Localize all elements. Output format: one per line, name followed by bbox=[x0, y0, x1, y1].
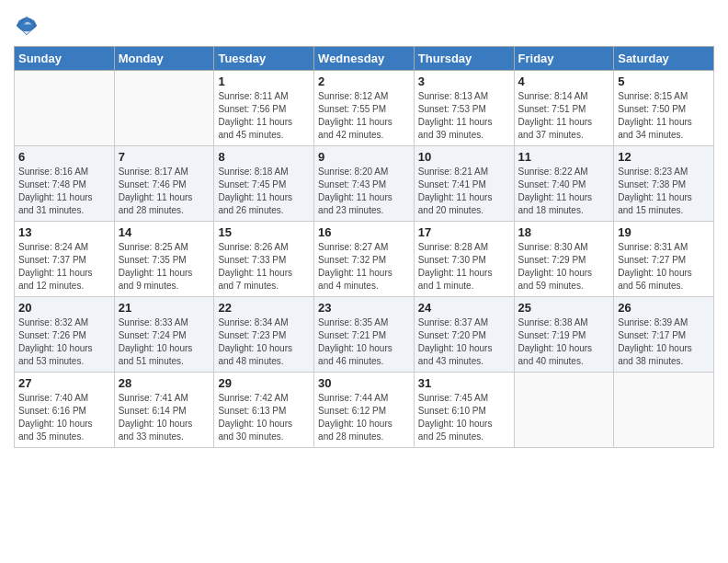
calendar-cell: 9Sunrise: 8:20 AM Sunset: 7:43 PM Daylig… bbox=[314, 146, 415, 222]
day-number: 23 bbox=[318, 301, 410, 315]
day-info: Sunrise: 8:31 AM Sunset: 7:27 PM Dayligh… bbox=[618, 241, 710, 293]
calendar-cell: 20Sunrise: 8:32 AM Sunset: 7:26 PM Dayli… bbox=[15, 297, 115, 373]
day-number: 14 bbox=[119, 225, 210, 239]
day-info: Sunrise: 8:33 AM Sunset: 7:24 PM Dayligh… bbox=[119, 316, 210, 368]
day-number: 13 bbox=[18, 225, 110, 239]
calendar-cell bbox=[114, 71, 214, 146]
calendar-cell: 2Sunrise: 8:12 AM Sunset: 7:55 PM Daylig… bbox=[314, 71, 415, 146]
day-info: Sunrise: 8:15 AM Sunset: 7:50 PM Dayligh… bbox=[618, 90, 710, 142]
calendar-cell: 4Sunrise: 8:14 AM Sunset: 7:51 PM Daylig… bbox=[514, 71, 614, 146]
calendar-cell: 13Sunrise: 8:24 AM Sunset: 7:37 PM Dayli… bbox=[15, 222, 115, 297]
day-info: Sunrise: 8:20 AM Sunset: 7:43 PM Dayligh… bbox=[318, 166, 410, 217]
day-info: Sunrise: 7:42 AM Sunset: 6:13 PM Dayligh… bbox=[218, 392, 310, 443]
day-number: 11 bbox=[518, 150, 610, 164]
weekday-header-friday: Friday bbox=[514, 47, 614, 71]
generalblue-logo-icon bbox=[14, 13, 40, 39]
day-info: Sunrise: 8:13 AM Sunset: 7:53 PM Dayligh… bbox=[418, 90, 510, 142]
day-number: 20 bbox=[18, 301, 110, 315]
day-number: 21 bbox=[119, 301, 210, 315]
calendar-cell: 27Sunrise: 7:40 AM Sunset: 6:16 PM Dayli… bbox=[15, 373, 115, 448]
calendar-cell: 28Sunrise: 7:41 AM Sunset: 6:14 PM Dayli… bbox=[114, 373, 214, 448]
day-number: 31 bbox=[418, 376, 510, 390]
calendar-cell: 30Sunrise: 7:44 AM Sunset: 6:12 PM Dayli… bbox=[314, 373, 415, 448]
page: SundayMondayTuesdayWednesdayThursdayFrid… bbox=[0, 0, 728, 563]
day-info: Sunrise: 8:12 AM Sunset: 7:55 PM Dayligh… bbox=[318, 90, 410, 142]
weekday-header-thursday: Thursday bbox=[414, 47, 514, 71]
day-number: 8 bbox=[218, 150, 310, 164]
day-number: 6 bbox=[18, 150, 110, 164]
calendar-cell: 26Sunrise: 8:39 AM Sunset: 7:17 PM Dayli… bbox=[614, 297, 714, 373]
calendar-cell bbox=[15, 71, 115, 146]
calendar-cell: 14Sunrise: 8:25 AM Sunset: 7:35 PM Dayli… bbox=[114, 222, 214, 297]
day-number: 19 bbox=[618, 225, 710, 239]
day-number: 3 bbox=[418, 75, 510, 88]
day-info: Sunrise: 8:34 AM Sunset: 7:23 PM Dayligh… bbox=[218, 316, 310, 368]
calendar-cell: 22Sunrise: 8:34 AM Sunset: 7:23 PM Dayli… bbox=[214, 297, 314, 373]
day-info: Sunrise: 8:14 AM Sunset: 7:51 PM Dayligh… bbox=[518, 90, 610, 142]
calendar-week-row: 6Sunrise: 8:16 AM Sunset: 7:48 PM Daylig… bbox=[15, 146, 714, 222]
day-info: Sunrise: 8:39 AM Sunset: 7:17 PM Dayligh… bbox=[618, 316, 710, 368]
calendar-cell: 8Sunrise: 8:18 AM Sunset: 7:45 PM Daylig… bbox=[214, 146, 314, 222]
calendar-cell: 17Sunrise: 8:28 AM Sunset: 7:30 PM Dayli… bbox=[414, 222, 514, 297]
calendar-cell: 6Sunrise: 8:16 AM Sunset: 7:48 PM Daylig… bbox=[15, 146, 115, 222]
weekday-header-row: SundayMondayTuesdayWednesdayThursdayFrid… bbox=[15, 47, 714, 71]
calendar-cell: 7Sunrise: 8:17 AM Sunset: 7:46 PM Daylig… bbox=[114, 146, 214, 222]
day-number: 28 bbox=[119, 376, 210, 390]
day-info: Sunrise: 8:38 AM Sunset: 7:19 PM Dayligh… bbox=[518, 316, 610, 368]
day-number: 26 bbox=[618, 301, 710, 315]
calendar-cell: 5Sunrise: 8:15 AM Sunset: 7:50 PM Daylig… bbox=[614, 71, 714, 146]
calendar-cell: 10Sunrise: 8:21 AM Sunset: 7:41 PM Dayli… bbox=[414, 146, 514, 222]
day-number: 1 bbox=[218, 75, 310, 88]
day-info: Sunrise: 8:18 AM Sunset: 7:45 PM Dayligh… bbox=[218, 166, 310, 217]
day-number: 27 bbox=[18, 376, 110, 390]
day-info: Sunrise: 8:16 AM Sunset: 7:48 PM Dayligh… bbox=[18, 166, 110, 217]
day-number: 16 bbox=[318, 225, 410, 239]
day-info: Sunrise: 8:28 AM Sunset: 7:30 PM Dayligh… bbox=[418, 241, 510, 293]
calendar-cell: 29Sunrise: 7:42 AM Sunset: 6:13 PM Dayli… bbox=[214, 373, 314, 448]
calendar-cell bbox=[514, 373, 614, 448]
calendar-table: SundayMondayTuesdayWednesdayThursdayFrid… bbox=[14, 46, 714, 448]
calendar-cell: 31Sunrise: 7:45 AM Sunset: 6:10 PM Dayli… bbox=[414, 373, 514, 448]
calendar-cell: 18Sunrise: 8:30 AM Sunset: 7:29 PM Dayli… bbox=[514, 222, 614, 297]
day-info: Sunrise: 7:45 AM Sunset: 6:10 PM Dayligh… bbox=[418, 392, 510, 443]
day-info: Sunrise: 8:25 AM Sunset: 7:35 PM Dayligh… bbox=[119, 241, 210, 293]
day-number: 10 bbox=[418, 150, 510, 164]
day-info: Sunrise: 7:41 AM Sunset: 6:14 PM Dayligh… bbox=[119, 392, 210, 443]
day-info: Sunrise: 8:35 AM Sunset: 7:21 PM Dayligh… bbox=[318, 316, 410, 368]
calendar-week-row: 20Sunrise: 8:32 AM Sunset: 7:26 PM Dayli… bbox=[15, 297, 714, 373]
day-number: 17 bbox=[418, 225, 510, 239]
header bbox=[14, 9, 714, 39]
calendar-cell: 24Sunrise: 8:37 AM Sunset: 7:20 PM Dayli… bbox=[414, 297, 514, 373]
day-number: 29 bbox=[218, 376, 310, 390]
day-info: Sunrise: 8:23 AM Sunset: 7:38 PM Dayligh… bbox=[618, 166, 710, 217]
day-number: 7 bbox=[119, 150, 210, 164]
day-info: Sunrise: 8:11 AM Sunset: 7:56 PM Dayligh… bbox=[218, 90, 310, 142]
weekday-header-monday: Monday bbox=[114, 47, 214, 71]
weekday-header-tuesday: Tuesday bbox=[214, 47, 314, 71]
calendar-cell bbox=[614, 373, 714, 448]
weekday-header-wednesday: Wednesday bbox=[314, 47, 415, 71]
day-number: 5 bbox=[618, 75, 710, 88]
day-number: 22 bbox=[218, 301, 310, 315]
day-info: Sunrise: 8:27 AM Sunset: 7:32 PM Dayligh… bbox=[318, 241, 410, 293]
day-info: Sunrise: 8:32 AM Sunset: 7:26 PM Dayligh… bbox=[18, 316, 110, 368]
calendar-cell: 23Sunrise: 8:35 AM Sunset: 7:21 PM Dayli… bbox=[314, 297, 415, 373]
day-info: Sunrise: 8:30 AM Sunset: 7:29 PM Dayligh… bbox=[518, 241, 610, 293]
day-info: Sunrise: 8:22 AM Sunset: 7:40 PM Dayligh… bbox=[518, 166, 610, 217]
calendar-week-row: 27Sunrise: 7:40 AM Sunset: 6:16 PM Dayli… bbox=[15, 373, 714, 448]
day-info: Sunrise: 8:24 AM Sunset: 7:37 PM Dayligh… bbox=[18, 241, 110, 293]
day-info: Sunrise: 7:40 AM Sunset: 6:16 PM Dayligh… bbox=[18, 392, 110, 443]
day-number: 4 bbox=[518, 75, 610, 88]
calendar-cell: 15Sunrise: 8:26 AM Sunset: 7:33 PM Dayli… bbox=[214, 222, 314, 297]
day-info: Sunrise: 7:44 AM Sunset: 6:12 PM Dayligh… bbox=[318, 392, 410, 443]
day-number: 30 bbox=[318, 376, 410, 390]
weekday-header-sunday: Sunday bbox=[15, 47, 115, 71]
day-number: 15 bbox=[218, 225, 310, 239]
calendar-cell: 11Sunrise: 8:22 AM Sunset: 7:40 PM Dayli… bbox=[514, 146, 614, 222]
day-info: Sunrise: 8:17 AM Sunset: 7:46 PM Dayligh… bbox=[119, 166, 210, 217]
day-number: 12 bbox=[618, 150, 710, 164]
logo bbox=[14, 13, 43, 39]
day-info: Sunrise: 8:26 AM Sunset: 7:33 PM Dayligh… bbox=[218, 241, 310, 293]
calendar-cell: 12Sunrise: 8:23 AM Sunset: 7:38 PM Dayli… bbox=[614, 146, 714, 222]
day-number: 18 bbox=[518, 225, 610, 239]
